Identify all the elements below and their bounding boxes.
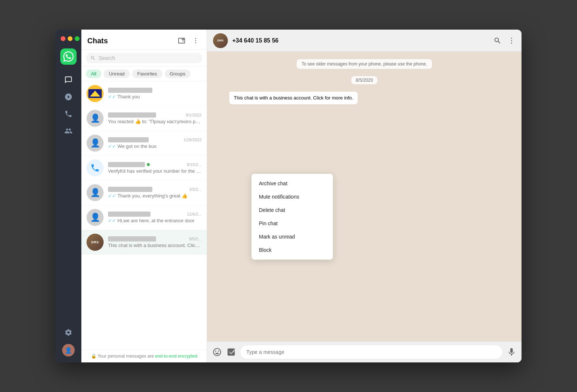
chat-panel: Chats <box>81 30 207 362</box>
chat-avatar-drs: DRS <box>87 234 104 251</box>
app-window: 👤 Chats <box>55 30 522 362</box>
svg-point-2 <box>195 43 196 44</box>
svg-point-4 <box>511 40 512 41</box>
traffic-lights <box>55 36 82 41</box>
chat-item[interactable]: 👤 1/28/2022 ✓✓ We got on the bus <box>81 131 207 156</box>
search-bar <box>81 50 207 67</box>
chat-content: 8/15/2... VerifyKit has verified your nu… <box>108 162 202 174</box>
chat-input-bar <box>207 341 522 362</box>
chat-preview: ✓✓ Thank you, everything's great 👍 <box>108 193 202 199</box>
chat-main-actions <box>493 37 516 45</box>
chat-avatar <box>87 85 104 102</box>
panel-title: Chats <box>87 37 108 45</box>
encryption-link[interactable]: end-to-end encrypted <box>155 354 197 359</box>
search-input[interactable] <box>99 55 198 61</box>
filter-tabs: All Unread Favorites Groups <box>81 67 207 81</box>
message-bubble: This chat is with a business account. Cl… <box>229 92 358 104</box>
sidebar-item-calls[interactable] <box>61 107 75 121</box>
chat-preview: This chat is with a business account. Cl… <box>108 243 202 248</box>
chat-preview: ✓✓ Thank you <box>108 94 202 99</box>
chat-content: 3/5/2... ✓✓ Thank you, everything's grea… <box>108 187 202 199</box>
tab-favorites[interactable]: Favorites <box>132 70 162 78</box>
chat-name <box>108 162 145 167</box>
chat-time: 1/28/2022 <box>183 138 202 142</box>
chat-item[interactable]: 8/15/2... VerifyKit has verified your nu… <box>81 156 207 180</box>
mac-sidebar: 👤 <box>55 30 81 362</box>
user-avatar[interactable]: 👤 <box>62 344 75 356</box>
emoji-button[interactable] <box>212 347 222 357</box>
chat-avatar: 👤 <box>87 184 104 201</box>
chat-content: 1/28/2022 ✓✓ We got on the bus <box>108 137 202 149</box>
whatsapp-icon <box>60 48 77 65</box>
chat-item[interactable]: 👤 3/5/2... ✓✓ Thank you, everything's gr… <box>81 180 207 205</box>
context-mark-unread[interactable]: Mark as unread <box>252 230 333 243</box>
sidebar-nav <box>61 73 75 325</box>
close-button[interactable] <box>61 36 65 41</box>
chat-more-button[interactable] <box>507 37 516 45</box>
chat-name <box>108 137 149 142</box>
tab-all[interactable]: All <box>86 70 101 78</box>
chat-time: 8/15/2... <box>187 162 202 167</box>
message-input[interactable] <box>240 345 502 359</box>
chat-main-header: DRS +34 640 15 85 56 <box>207 30 522 52</box>
chat-search-button[interactable] <box>493 37 502 45</box>
voice-button[interactable] <box>507 347 516 357</box>
chat-avatar: 👤 <box>87 110 104 127</box>
chat-name <box>108 112 156 118</box>
svg-point-3 <box>511 38 512 39</box>
chat-content: ✓✓ Thank you <box>108 88 202 99</box>
chat-name <box>108 236 156 241</box>
chat-content: 8/1/2022 You reacted 👍 to: "Прошу наступ… <box>108 112 202 124</box>
context-menu: Archive chat Mute notifications Delete c… <box>252 174 333 260</box>
chat-preview: ✓✓ Hi,we are here, at the entrance door <box>108 218 202 223</box>
chat-time: 9/5/2... <box>189 237 202 241</box>
sidebar-bottom: 👤 <box>61 325 75 362</box>
date-badge: 8/5/2020 <box>351 76 378 84</box>
chat-preview: You reacted 👍 to: "Прошу наступного раз.… <box>108 119 202 124</box>
context-archive-chat[interactable]: Archive chat <box>252 177 333 190</box>
contact-name[interactable]: +34 640 15 85 56 <box>232 37 489 44</box>
sidebar-item-chats[interactable] <box>61 73 75 87</box>
context-pin-chat[interactable]: Pin chat <box>252 217 333 230</box>
tab-unread[interactable]: Unread <box>104 70 130 78</box>
context-delete-chat[interactable]: Delete chat <box>252 203 333 217</box>
chat-preview: VerifyKit has verified your number for t… <box>108 168 202 174</box>
message-info: To see older messages from your phone, p… <box>297 59 432 69</box>
chat-content: 12/6/2... ✓✓ Hi,we are here, at the entr… <box>108 212 202 223</box>
maximize-button[interactable] <box>75 36 80 41</box>
chat-name <box>108 187 152 192</box>
chat-time: 3/5/2... <box>189 187 202 192</box>
chat-item[interactable]: ✓✓ Thank you <box>81 81 207 106</box>
sidebar-item-status[interactable] <box>61 90 75 104</box>
chat-avatar <box>87 159 104 176</box>
svg-point-0 <box>195 38 196 39</box>
chat-time: 12/6/2... <box>187 212 202 216</box>
search-icon <box>90 55 96 61</box>
chat-panel-footer: 🔒 Your personal messages are end-to-end … <box>81 349 207 362</box>
search-input-wrap <box>86 53 202 63</box>
chat-name <box>108 212 151 217</box>
contact-avatar[interactable]: DRS <box>213 33 228 48</box>
chat-panel-header: Chats <box>81 30 207 50</box>
chat-item[interactable]: 👤 12/6/2... ✓✓ Hi,we are here, at the en… <box>81 205 207 230</box>
chat-avatar: 👤 <box>87 209 104 226</box>
sidebar-item-communities[interactable] <box>61 124 75 138</box>
new-chat-button[interactable] <box>176 36 187 46</box>
context-mute-notifications[interactable]: Mute notifications <box>252 190 333 203</box>
chat-item-drs[interactable]: DRS 9/5/2... This chat is with a busines… <box>81 230 207 255</box>
chat-time: 8/1/2022 <box>186 113 202 117</box>
chat-avatar: 👤 <box>87 135 104 152</box>
chat-item[interactable]: 👤 8/1/2022 You reacted 👍 to: "Прошу наст… <box>81 106 207 131</box>
minimize-button[interactable] <box>68 36 72 41</box>
context-block[interactable]: Block <box>252 243 333 257</box>
tab-groups[interactable]: Groups <box>165 70 191 78</box>
header-actions <box>176 36 201 46</box>
chat-name <box>108 88 152 93</box>
chat-content: 9/5/2... This chat is with a business ac… <box>108 236 202 248</box>
sidebar-settings-button[interactable] <box>61 325 75 339</box>
more-options-button[interactable] <box>190 36 201 46</box>
attach-button[interactable] <box>226 347 236 357</box>
svg-point-1 <box>195 40 196 41</box>
chat-preview: ✓✓ We got on the bus <box>108 143 202 149</box>
chat-list: ✓✓ Thank you 👤 8/1/2022 You reacted 👍 to… <box>81 81 207 349</box>
